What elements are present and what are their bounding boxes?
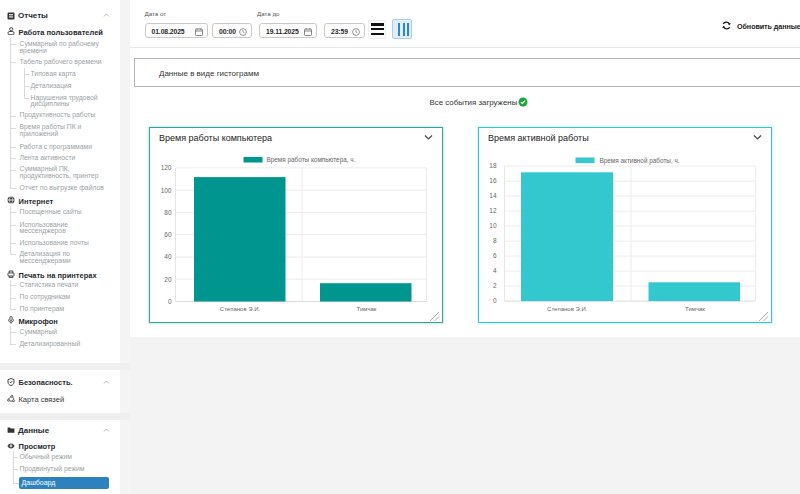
svg-text:18: 18 (489, 162, 497, 169)
svg-text:100: 100 (161, 187, 172, 194)
svg-text:Степанов Э.И.: Степанов Э.И. (547, 306, 588, 312)
svg-text:4: 4 (493, 267, 497, 274)
svg-text:60: 60 (164, 231, 172, 238)
svg-text:Степанов Э.И.: Степанов Э.И. (220, 306, 261, 312)
svg-text:12: 12 (489, 207, 497, 214)
svg-text:80: 80 (164, 209, 172, 216)
svg-text:Тимчак: Тимчак (685, 306, 705, 312)
svg-text:16: 16 (489, 177, 497, 184)
svg-text:20: 20 (164, 276, 172, 283)
svg-text:0: 0 (493, 297, 497, 304)
svg-text:8: 8 (493, 237, 497, 244)
svg-text:120: 120 (161, 164, 172, 171)
svg-text:14: 14 (489, 192, 497, 199)
svg-text:40: 40 (164, 253, 172, 260)
svg-text:10: 10 (489, 222, 497, 229)
svg-text:6: 6 (493, 252, 497, 259)
svg-text:0: 0 (168, 298, 172, 305)
svg-text:2: 2 (493, 282, 497, 289)
svg-text:Время активной работы, ч.: Время активной работы, ч. (600, 157, 680, 165)
svg-text:Тимчак: Тимчак (357, 306, 377, 312)
svg-text:Время работы компьютера, ч.: Время работы компьютера, ч. (267, 156, 356, 164)
